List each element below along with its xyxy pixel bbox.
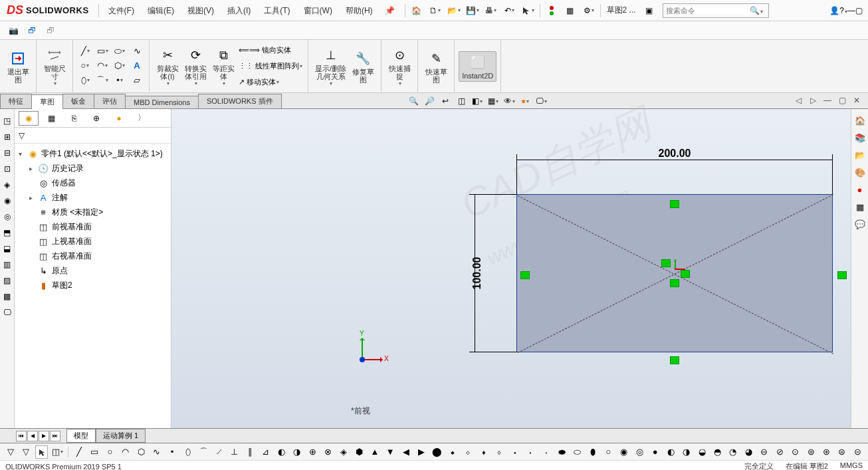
bt-36[interactable]: ● — [649, 445, 661, 459]
taskpane-file-explorer-icon[interactable]: 📂 — [853, 148, 867, 162]
menu-insert[interactable]: 插入(I) — [221, 0, 257, 21]
property-manager-tab[interactable]: ▦ — [41, 111, 61, 126]
tree-sketch2[interactable]: ▮草图2 — [15, 278, 171, 293]
spline-tool[interactable]: ∿ — [129, 45, 145, 57]
bt-32[interactable]: ⬮ — [586, 445, 599, 459]
search-input[interactable] — [663, 7, 750, 15]
dimension-horizontal[interactable]: 200.00 — [516, 154, 833, 169]
menu-window[interactable]: 窗口(W) — [297, 0, 339, 21]
bt-39[interactable]: ◒ — [695, 445, 708, 459]
doc-close-icon[interactable]: ✕ — [850, 94, 863, 106]
move-entities-button[interactable]: ↗ 移动实体▾ — [237, 76, 304, 88]
section-view-icon[interactable]: ◫ — [454, 94, 469, 108]
status-units[interactable]: MMGS — [840, 461, 863, 470]
bt-7[interactable]: ⌒ — [197, 445, 209, 459]
menu-view[interactable]: 视图(V) — [181, 0, 221, 21]
offset-entities-button[interactable]: ⧉ 等距实 体▾ — [209, 45, 237, 88]
pin-icon[interactable]: 📌 — [385, 6, 395, 15]
open-icon[interactable]: 📂▾ — [445, 2, 463, 19]
bt-16[interactable]: ◈ — [337, 445, 350, 459]
left-tool-8[interactable]: ⬒ — [1, 227, 13, 239]
bt-circ[interactable]: ○ — [104, 445, 116, 459]
taskpane-view-palette-icon[interactable]: 🎨 — [853, 166, 867, 179]
bt-37[interactable]: ◐ — [664, 445, 677, 459]
bt-6[interactable]: ⬯ — [181, 445, 194, 459]
bt-29[interactable]: ⬫ — [540, 445, 552, 459]
vcr-next-icon[interactable]: ▶ — [39, 431, 49, 441]
bt-35[interactable]: ◎ — [633, 445, 646, 459]
menu-help[interactable]: 帮助(H) — [339, 0, 380, 21]
bt-45[interactable]: ⊙ — [789, 445, 802, 459]
bt-11[interactable]: ⊿ — [259, 445, 272, 459]
bottom-tab-motion[interactable]: 运动算例 1 — [96, 429, 146, 443]
manager-more-tab[interactable]: 〉 — [132, 111, 152, 126]
bt-3[interactable] — [35, 445, 49, 459]
rebuild-icon[interactable] — [543, 2, 560, 19]
tree-material[interactable]: ≡材质 <未指定> — [15, 205, 171, 219]
taskpane-forum-icon[interactable]: 💬 — [853, 217, 867, 231]
bt-line[interactable]: ╱ — [72, 445, 85, 459]
polygon-tool[interactable]: ⬡▾ — [112, 60, 128, 72]
vcr-first-icon[interactable]: ⏮ — [16, 431, 27, 441]
doc-next-icon[interactable]: ▷ — [806, 94, 819, 106]
bt-27[interactable]: ⬩ — [508, 445, 521, 459]
bt-24[interactable]: ⬦ — [462, 445, 475, 459]
bt-40[interactable]: ◓ — [711, 445, 724, 459]
bt-26[interactable]: ⬨ — [493, 445, 506, 459]
menu-tools[interactable]: 工具(T) — [257, 0, 296, 21]
linear-pattern-button[interactable]: ⋮⋮ 线性草图阵列▾ — [237, 60, 304, 72]
relation-marker-right[interactable] — [837, 271, 847, 279]
bt-31[interactable]: ⬭ — [571, 445, 584, 459]
display-relations-button[interactable]: ⊥ 显示/删除 几何关系▾ — [312, 45, 349, 88]
tree-history[interactable]: ▸🕓历史记录 — [15, 161, 171, 176]
edit-appearance-icon[interactable]: ●▾ — [518, 94, 532, 108]
new-icon[interactable]: 🗋▾ — [427, 2, 444, 19]
ellipse-tool[interactable]: ⬯▾ — [77, 74, 93, 86]
relation-marker-center1[interactable] — [661, 259, 671, 267]
bt-14[interactable]: ⊕ — [306, 445, 318, 459]
bt-19[interactable]: ▼ — [384, 445, 397, 459]
fillet-tool[interactable]: ⌒▾ — [94, 74, 110, 86]
left-tool-9[interactable]: ⬓ — [1, 243, 13, 255]
search-box[interactable]: 🔍▾ — [663, 3, 769, 18]
bt-arc[interactable]: ◠ — [119, 445, 132, 459]
tree-top-plane[interactable]: ◫上视基准面 — [15, 234, 171, 249]
dimxpert-tab[interactable]: ⊕ — [86, 111, 106, 126]
zoom-area-icon[interactable]: 🔎 — [422, 94, 437, 108]
login-icon[interactable]: 👤 — [829, 6, 839, 15]
left-tool-10[interactable]: ▥ — [1, 259, 13, 271]
left-tool-6[interactable]: ◉ — [1, 195, 13, 207]
screen-capture-icon[interactable]: 📷 — [5, 23, 21, 38]
bt-rect[interactable]: ▭ — [88, 445, 100, 459]
rapid-sketch-button[interactable]: ✎ 快速草 图 — [422, 48, 450, 85]
bt-18[interactable]: ▲ — [368, 445, 381, 459]
quick-snap-button[interactable]: ⊙ 快速捕 捉▾ — [385, 45, 413, 88]
restore-icon[interactable]: ▢ — [855, 6, 863, 15]
options-icon[interactable]: ⚙▾ — [580, 2, 597, 19]
doc-minimize-icon[interactable]: — — [821, 94, 834, 106]
left-tool-12[interactable]: ▩ — [1, 291, 13, 302]
convert-entities-button[interactable]: ⟳ 转换实 体引用▾ — [181, 45, 209, 88]
bt-48[interactable]: ⊜ — [835, 445, 848, 459]
bt-13[interactable]: ◑ — [290, 445, 303, 459]
bt-10[interactable]: ∥ — [244, 445, 257, 459]
prev-view-icon[interactable]: ↩ — [438, 94, 453, 108]
left-tool-2[interactable]: ⊞ — [1, 131, 13, 143]
point-tool[interactable]: •▾ — [112, 74, 128, 86]
tree-front-plane[interactable]: ◫前视基准面 — [15, 219, 171, 234]
tree-annotations[interactable]: ▸A注解 — [15, 190, 171, 205]
left-tool-4[interactable]: ⊡ — [1, 163, 13, 175]
bt-spl[interactable]: ∿ — [150, 445, 163, 459]
bt-41[interactable]: ◔ — [726, 445, 739, 459]
apply-scene-icon[interactable]: 🖵▾ — [534, 94, 548, 108]
relation-marker-center2[interactable] — [681, 270, 690, 278]
hide-show-icon[interactable]: 👁▾ — [502, 94, 516, 108]
bt-28[interactable]: ⬪ — [524, 445, 536, 459]
circle-tool[interactable]: ○▾ — [77, 60, 93, 72]
bt-22[interactable]: ⬤ — [431, 445, 443, 459]
bt-12[interactable]: ◐ — [274, 445, 287, 459]
bt-9[interactable]: ⊥ — [228, 445, 241, 459]
left-tool-11[interactable]: ▨ — [1, 275, 13, 287]
relation-marker-left[interactable] — [520, 271, 530, 279]
menu-edit[interactable]: 编辑(E) — [141, 0, 181, 21]
